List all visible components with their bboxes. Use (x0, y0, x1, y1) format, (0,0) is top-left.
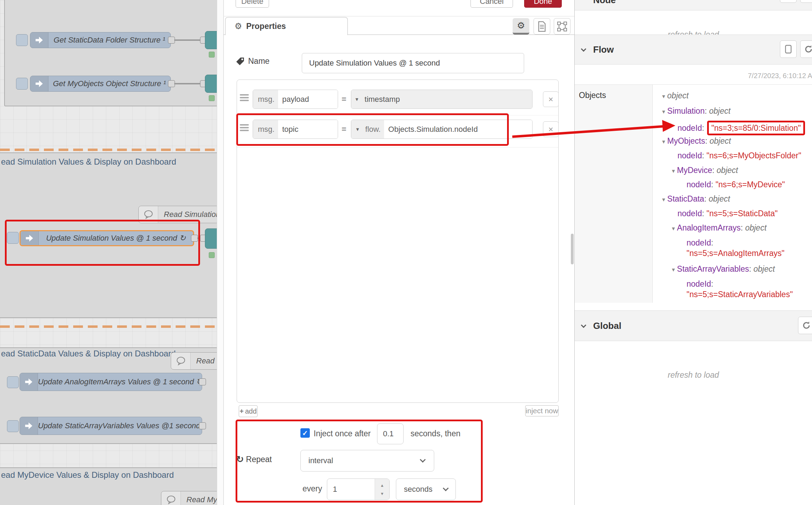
comment-node[interactable]: Read MyD (161, 491, 217, 505)
output-port[interactable] (199, 422, 206, 429)
equals-sign: = (342, 94, 346, 104)
expand-triangle-icon[interactable]: ▾ (672, 225, 675, 232)
tree-row[interactable]: nodeId: "ns=6;s=MyObjectsFolder" (677, 150, 801, 161)
section-header-node[interactable]: Node (575, 0, 812, 10)
remove-rule-button[interactable]: × (543, 121, 559, 137)
section-global-label: Global (593, 321, 621, 331)
dialog-scrollbar[interactable] (571, 234, 574, 264)
expand-triangle-icon[interactable]: ▾ (672, 266, 675, 273)
output-port[interactable] (191, 235, 198, 242)
tab-appearance-button[interactable] (554, 18, 570, 35)
inject-trigger-button[interactable] (16, 78, 28, 90)
tree-row[interactable]: nodeId: "ns=5;s=AnalogItemArrays" (687, 238, 784, 258)
section-header-global[interactable]: Global (575, 310, 812, 341)
copy-node-context-button[interactable] (780, 0, 797, 3)
group-title: ead MyDevice Values & Display on Dashboa… (1, 470, 174, 480)
inject-node[interactable]: Update StaticArrayVariables Values @1 se… (20, 417, 202, 435)
every-value-input[interactable]: 1 ▴ ▾ (327, 478, 390, 500)
remove-rule-button[interactable]: × (543, 91, 559, 107)
inject-arrow-icon (30, 76, 48, 91)
node-label: Read S (191, 356, 217, 365)
name-input[interactable]: Update Simulation Values @ 1 second (302, 53, 524, 73)
inject-now-button[interactable]: inject now (525, 405, 559, 416)
output-port[interactable] (168, 37, 175, 44)
wire (174, 83, 202, 84)
done-button[interactable]: Done (524, 0, 562, 8)
output-port[interactable] (168, 80, 175, 87)
repeat-label: Repeat (246, 455, 272, 464)
expand-triangle-icon[interactable]: ▾ (662, 108, 665, 115)
inject-once-delay-input[interactable]: 0.1 (377, 423, 404, 444)
step-down-icon[interactable]: ▾ (381, 491, 383, 496)
tree-row[interactable]: ▾StaticData: object (662, 194, 730, 205)
node-label: Update StaticArrayVariables Values @1 se… (38, 421, 202, 430)
tree-row[interactable]: ▾Simulation: object (662, 106, 730, 117)
expand-triangle-icon[interactable]: ▾ (662, 138, 665, 145)
delete-button[interactable]: Delete (236, 0, 269, 8)
flow-canvas[interactable]: Get StaticData Folder Structure ¹ Get My… (0, 0, 217, 505)
inject-once-checkbox[interactable]: ✓ (300, 428, 310, 438)
rule-property-input[interactable]: msg. payload (253, 90, 338, 109)
chevron-down-icon (581, 322, 587, 328)
drag-handle-icon[interactable] (240, 123, 249, 133)
tree-row[interactable]: ▾StaticArrayVariables: object (672, 264, 775, 275)
repeat-value: interval (308, 456, 333, 465)
node-label: Get MyObjects Object Structure ¹ (48, 79, 170, 88)
drag-handle-icon[interactable] (240, 93, 249, 103)
inject-node-selected[interactable]: Update Simulation Values @ 1 second ↻ (20, 230, 194, 246)
rule-value-input[interactable]: ▾ timestamp (351, 90, 533, 109)
rule-property-input[interactable]: msg. topic (253, 120, 338, 139)
opcua-node[interactable] (205, 228, 217, 249)
node-label: Update Simulation Values @ 1 second ↻ (39, 234, 193, 243)
refresh-node-context-button[interactable] (800, 0, 812, 3)
tree-row-nodeid-simulation[interactable]: nodeId: "ns=3;s=85/0:Simulation" (677, 121, 805, 135)
canvas-scrollbar-track[interactable] (217, 0, 223, 505)
rule-row-divider (237, 115, 558, 115)
inject-trigger-button[interactable] (7, 376, 19, 388)
number-stepper[interactable]: ▴ ▾ (375, 479, 389, 500)
node-label: Read Simulation (158, 210, 217, 219)
wire (174, 39, 202, 41)
opcua-node[interactable] (205, 75, 217, 93)
add-rule-button[interactable]: + add (239, 405, 258, 417)
type-caret-icon[interactable]: ▾ (355, 96, 358, 103)
type-caret-icon[interactable]: ▾ (356, 126, 359, 133)
global-context-hint: refresh to load (575, 370, 812, 380)
refresh-global-context-button[interactable] (798, 317, 812, 334)
inject-trigger-button[interactable] (7, 232, 19, 244)
inject-node[interactable]: Update AnalogItemArrays Values @ 1 secon… (20, 373, 202, 391)
expand-triangle-icon[interactable]: ▾ (672, 168, 675, 174)
inject-node[interactable]: Get StaticData Folder Structure ¹ (30, 32, 171, 48)
inject-once-suffix: seconds, then (411, 429, 460, 438)
tree-row[interactable]: nodeId: "ns=5;s=StaticArrayVariables" (687, 279, 793, 300)
tree-row[interactable]: ▾MyObjects: object (662, 136, 731, 147)
step-up-icon[interactable]: ▴ (381, 483, 383, 488)
copy-flow-context-button[interactable] (780, 40, 797, 58)
output-port[interactable] (199, 378, 206, 385)
inject-trigger-button[interactable] (7, 420, 19, 432)
tree-row[interactable]: nodeId: "ns=6;s=MyDevice" (687, 179, 785, 190)
comment-node[interactable]: Read Simulation (138, 206, 217, 223)
every-units-select[interactable]: seconds (396, 478, 456, 500)
repeat-label-group: ↻ Repeat (236, 454, 272, 465)
refresh-flow-context-button[interactable] (800, 40, 812, 58)
tree-row[interactable]: nodeId: "ns=5;s=StaticData" (677, 208, 777, 219)
tab-properties[interactable]: ⚙ Properties (225, 17, 348, 35)
inject-once-label: Inject once after (314, 429, 371, 438)
tree-row[interactable]: ▾object (662, 90, 689, 102)
section-header-flow[interactable]: Flow (575, 35, 812, 65)
repeat-select[interactable]: interval (300, 450, 434, 472)
inject-trigger-button[interactable] (16, 34, 28, 46)
tree-row[interactable]: ▾MyDevice: object (672, 165, 738, 176)
inject-node[interactable]: Get MyObjects Object Structure ¹ (30, 76, 171, 92)
expand-triangle-icon[interactable]: ▾ (662, 196, 665, 203)
tab-node-properties-button[interactable]: ⚙ (513, 18, 529, 35)
rule-value-input[interactable]: ▾ flow. Objects.Simulation.nodeId (351, 120, 533, 139)
expand-triangle-icon[interactable]: ▾ (662, 93, 665, 100)
opcua-node[interactable] (205, 31, 217, 49)
tree-row[interactable]: ▾AnalogItemArrays: object (672, 223, 767, 234)
cancel-button[interactable]: Cancel (470, 0, 513, 8)
tab-description-button[interactable] (534, 18, 550, 35)
comment-node[interactable]: Read S (171, 352, 217, 370)
repeat-icon: ↻ (236, 454, 244, 465)
